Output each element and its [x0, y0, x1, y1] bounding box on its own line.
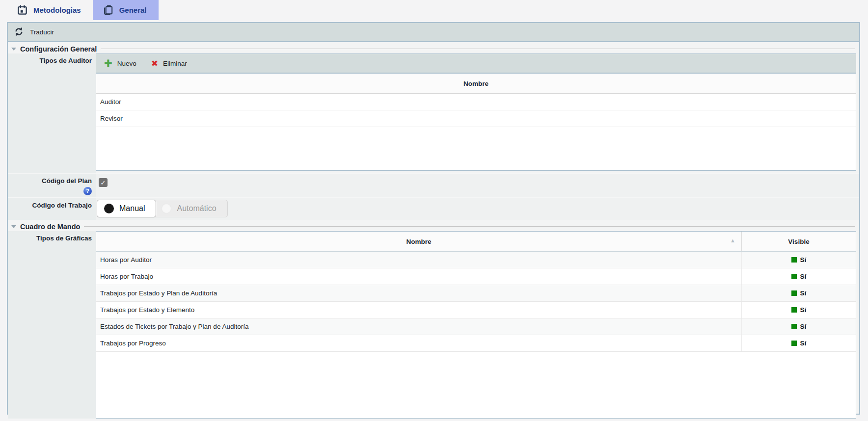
table-row[interactable]: Revisor: [96, 110, 856, 127]
section-header-configuracion-general: Configuración General: [8, 42, 859, 53]
visible-indicator-icon: [791, 274, 797, 279]
radio-unselected-icon: [162, 204, 171, 213]
codigo-plan-checkbox[interactable]: ✓: [99, 178, 108, 187]
field-label: Código del Trabajo: [32, 202, 92, 210]
tipos-graficas-table: Nombre ▲ Visible Horas por Auditor Sí Ho…: [96, 231, 856, 419]
section-divider: [101, 49, 855, 49]
tipos-graficas-header: Nombre ▲ Visible: [96, 232, 856, 252]
field-label: Tipos de Auditor: [40, 57, 92, 65]
delete-x-icon: ✖: [151, 59, 158, 68]
eliminar-label: Eliminar: [163, 60, 187, 67]
visible-indicator-icon: [791, 341, 797, 346]
table-row[interactable]: Trabajos por Estado y Plan de Auditoría …: [96, 285, 856, 302]
section-header-cuadro-de-mando: Cuadro de Mando: [8, 220, 859, 231]
row-tipos-de-graficas: Tipos de Gráficas Nombre ▲ Visible Horas…: [8, 231, 859, 419]
tab-bar: Metodologias General: [0, 0, 868, 20]
nuevo-label: Nuevo: [117, 60, 136, 67]
sort-ascending-icon: ▲: [730, 237, 735, 243]
section-title: Cuadro de Mando: [20, 223, 80, 231]
field-label: Tipos de Gráficas: [36, 235, 92, 243]
field-label: Código del Plan: [42, 177, 92, 185]
radio-selected-icon: [104, 204, 114, 213]
column-header-nombre[interactable]: Nombre: [96, 74, 856, 94]
row-tipos-de-auditor: Tipos de Auditor ✚ Nuevo ✖ Eliminar Nomb…: [8, 53, 859, 173]
column-header-visible[interactable]: Visible: [741, 232, 856, 251]
tipos-auditor-table: ✚ Nuevo ✖ Eliminar Nombre Auditor Reviso…: [96, 53, 856, 171]
section-divider: [84, 226, 855, 227]
translate-button[interactable]: Traducir: [8, 23, 859, 42]
tab-label: General: [119, 6, 147, 14]
table-empty-area: [96, 127, 856, 170]
table-row[interactable]: Estados de Tickets por Trabajo y Plan de…: [96, 318, 856, 335]
visible-indicator-icon: [791, 324, 797, 329]
manual-option[interactable]: Manual: [97, 200, 156, 217]
visible-indicator-icon: [791, 257, 797, 263]
plus-icon: ✚: [104, 58, 112, 68]
table-empty-area: [96, 352, 856, 418]
automatico-option[interactable]: Automático: [154, 200, 227, 217]
visible-indicator-icon: [791, 290, 797, 296]
help-icon[interactable]: ?: [83, 187, 92, 195]
general-settings-panel: Traducir Configuración General Tipos de …: [7, 22, 860, 415]
visible-indicator-icon: [791, 307, 797, 313]
table-row[interactable]: Trabajos por Estado y Elemento Sí: [96, 302, 856, 318]
translate-label: Traducir: [30, 28, 54, 36]
column-header-nombre[interactable]: Nombre ▲: [96, 232, 741, 251]
checkmark-icon: ✓: [101, 179, 106, 186]
table-row[interactable]: Auditor: [96, 94, 856, 110]
codigo-trabajo-toggle: Manual Automático: [97, 200, 859, 217]
collapse-arrow-icon[interactable]: [11, 48, 16, 51]
sync-icon: [14, 26, 24, 38]
row-codigo-del-plan: Código del Plan ? ✓: [8, 173, 859, 197]
table-row[interactable]: Horas por Trabajo Sí: [96, 268, 856, 285]
tab-label: Metodologias: [33, 6, 81, 14]
row-codigo-del-trabajo: Código del Trabajo Manual Automático: [8, 197, 859, 220]
table-row[interactable]: Horas por Auditor Sí: [96, 252, 856, 268]
tipos-auditor-toolbar: ✚ Nuevo ✖ Eliminar: [96, 54, 856, 74]
nuevo-button[interactable]: ✚ Nuevo: [104, 58, 136, 68]
tab-general[interactable]: General: [93, 0, 159, 20]
section-title: Configuración General: [20, 45, 97, 53]
table-row[interactable]: Trabajos por Progreso Sí: [96, 335, 856, 352]
clipboard-icon: [103, 4, 114, 16]
collapse-arrow-icon[interactable]: [11, 225, 16, 228]
calendar-icon: [17, 4, 28, 16]
tab-metodologias[interactable]: Metodologias: [7, 0, 93, 20]
eliminar-button[interactable]: ✖ Eliminar: [151, 59, 187, 68]
